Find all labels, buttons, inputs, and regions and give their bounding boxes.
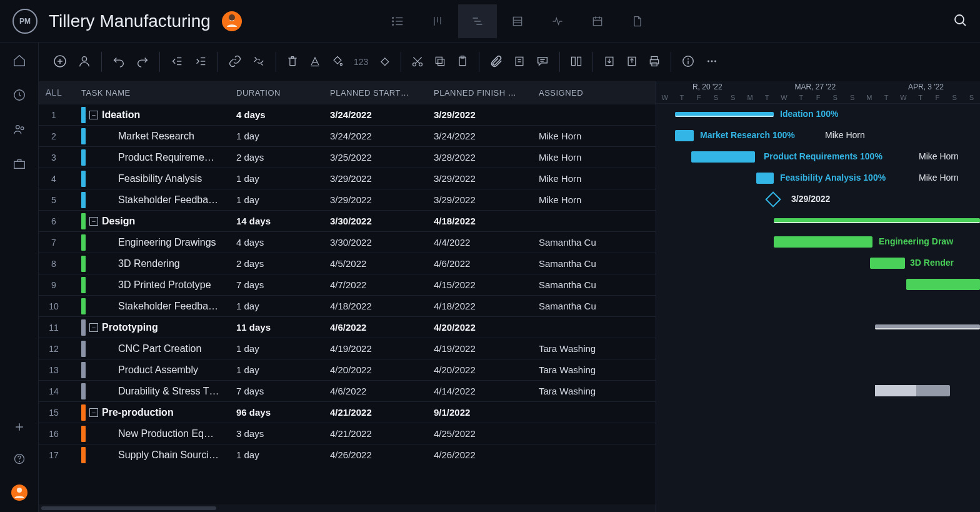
gantt-row xyxy=(656,274,980,295)
col-asg[interactable]: ASSIGNED xyxy=(539,88,656,98)
bar-label: Market Research 100% xyxy=(700,130,795,140)
attachment-icon[interactable] xyxy=(489,54,503,70)
svg-point-74 xyxy=(711,60,713,62)
table-row[interactable]: 93D Printed Prototype7 days4/7/20224/15/… xyxy=(39,274,656,295)
table-row[interactable]: 16New Production Eq…3 days4/21/20224/25/… xyxy=(39,423,656,444)
gantt-view-tab[interactable] xyxy=(458,4,497,38)
svg-line-43 xyxy=(261,63,263,65)
svg-rect-61 xyxy=(572,57,576,65)
board-view-tab[interactable] xyxy=(418,4,457,38)
indent-icon[interactable] xyxy=(194,54,208,70)
col-fin[interactable]: PLANNED FINISH … xyxy=(434,88,539,98)
help-icon[interactable] xyxy=(13,453,26,467)
table-row[interactable]: 14Durability & Stress T…7 days4/6/20224/… xyxy=(39,380,656,401)
briefcase-icon[interactable] xyxy=(12,157,26,173)
table-row[interactable]: 6−Design14 days3/30/20224/18/2022 xyxy=(39,210,656,231)
redo-icon[interactable] xyxy=(136,54,149,70)
add-task-icon[interactable] xyxy=(52,54,68,71)
collapse-icon[interactable]: − xyxy=(89,408,98,417)
activity-view-tab[interactable] xyxy=(538,4,577,38)
collapse-icon[interactable]: − xyxy=(89,217,98,226)
gantt-bar[interactable] xyxy=(675,112,774,117)
gantt-bar[interactable] xyxy=(774,236,872,248)
table-row[interactable]: 13Product Assembly1 day4/20/20224/20/202… xyxy=(39,359,656,380)
gantt-bar[interactable] xyxy=(756,173,774,184)
file-view-tab[interactable] xyxy=(618,4,657,38)
table-row[interactable]: 1−Ideation4 days3/24/20223/29/2022 xyxy=(39,104,656,125)
user-avatar[interactable] xyxy=(222,11,242,31)
table-row[interactable]: 7Engineering Drawings4 days3/30/20224/4/… xyxy=(39,231,656,253)
paste-icon[interactable] xyxy=(456,55,469,69)
font-icon[interactable] xyxy=(309,55,321,69)
milestone-icon[interactable] xyxy=(378,55,391,69)
link-icon[interactable] xyxy=(228,54,242,70)
collapse-icon[interactable]: − xyxy=(89,111,98,119)
fill-icon[interactable] xyxy=(331,55,344,69)
gantt-bar[interactable] xyxy=(691,151,755,163)
columns-icon[interactable] xyxy=(570,55,582,69)
table-row[interactable]: 2Market Research1 day3/24/20223/24/2022M… xyxy=(39,125,656,146)
task-grid: ALL TASK NAME DURATION PLANNED START… PL… xyxy=(39,81,656,512)
svg-rect-53 xyxy=(436,57,442,63)
table-row[interactable]: 83D Rendering2 days4/5/20224/6/2022Saman… xyxy=(39,253,656,274)
copy-icon[interactable] xyxy=(434,55,446,69)
svg-point-21 xyxy=(955,15,964,24)
table-row[interactable]: 11−Prototyping11 days4/6/20224/20/2022 xyxy=(39,316,656,338)
info-icon[interactable] xyxy=(681,54,695,70)
grid-scrollbar[interactable] xyxy=(39,504,656,512)
col-start[interactable]: PLANNED START… xyxy=(330,88,434,98)
home-icon[interactable] xyxy=(12,54,26,69)
table-row[interactable]: 3Product Requireme…2 days3/25/20223/28/2… xyxy=(39,146,656,168)
app-logo[interactable]: PM xyxy=(12,9,38,34)
table-row[interactable]: 12CNC Part Creation1 day4/19/20224/19/20… xyxy=(39,338,656,359)
gantt-chart[interactable]: R, 20 '22MAR, 27 '22APR, 3 '22 WTFSSMTWT… xyxy=(656,81,980,512)
print-icon[interactable] xyxy=(648,55,661,69)
gantt-row xyxy=(656,423,980,444)
gantt-bar[interactable] xyxy=(870,258,905,269)
svg-point-30 xyxy=(19,461,19,462)
clock-icon[interactable] xyxy=(12,88,26,104)
svg-point-1 xyxy=(229,14,235,21)
view-tabs xyxy=(378,4,657,38)
sheet-view-tab[interactable] xyxy=(498,4,537,38)
notes-icon[interactable] xyxy=(513,55,526,69)
outdent-icon[interactable] xyxy=(170,54,184,70)
col-dur[interactable]: DURATION xyxy=(236,88,330,98)
more-icon[interactable] xyxy=(705,54,719,70)
collapse-icon[interactable]: − xyxy=(89,323,98,332)
svg-rect-56 xyxy=(516,57,524,65)
col-name[interactable]: TASK NAME xyxy=(69,88,236,98)
comment-icon[interactable] xyxy=(536,54,549,70)
assign-icon[interactable] xyxy=(78,54,91,70)
calendar-view-tab[interactable] xyxy=(578,4,617,38)
gantt-bar[interactable] xyxy=(875,385,950,396)
milestone-diamond[interactable] xyxy=(765,191,781,207)
table-row[interactable]: 10Stakeholder Feedba…1 day4/18/20224/18/… xyxy=(39,295,656,316)
unlink-icon[interactable] xyxy=(252,54,266,70)
add-icon[interactable] xyxy=(13,421,26,435)
gantt-bar[interactable] xyxy=(906,279,980,290)
export-icon[interactable] xyxy=(626,55,638,69)
gantt-bar[interactable] xyxy=(774,218,980,223)
svg-rect-26 xyxy=(14,161,24,168)
team-icon[interactable] xyxy=(12,123,26,138)
table-row[interactable]: 17Supply Chain Sourci…1 day4/26/20224/26… xyxy=(39,444,656,465)
list-view-tab[interactable] xyxy=(378,4,417,38)
table-row[interactable]: 4Feasibility Analysis1 day3/29/20223/29/… xyxy=(39,168,656,189)
table-row[interactable]: 15−Pre-production96 days4/21/20229/1/202… xyxy=(39,401,656,423)
delete-icon[interactable] xyxy=(286,55,299,69)
col-all[interactable]: ALL xyxy=(39,88,69,98)
rail-avatar[interactable] xyxy=(11,484,28,501)
gantt-row xyxy=(656,210,980,231)
table-row[interactable]: 5Stakeholder Feedba…1 day3/29/20223/29/2… xyxy=(39,189,656,210)
svg-line-42 xyxy=(255,57,257,59)
gantt-bar[interactable] xyxy=(675,130,694,141)
cut-icon[interactable] xyxy=(411,55,424,69)
import-icon[interactable] xyxy=(603,55,616,69)
undo-icon[interactable] xyxy=(112,54,126,70)
gantt-bar[interactable] xyxy=(875,324,980,329)
bar-label: 3D Render xyxy=(910,258,954,268)
bar-label: 3/29/2022 xyxy=(791,194,830,204)
search-icon[interactable] xyxy=(952,13,968,29)
separator xyxy=(276,52,276,72)
